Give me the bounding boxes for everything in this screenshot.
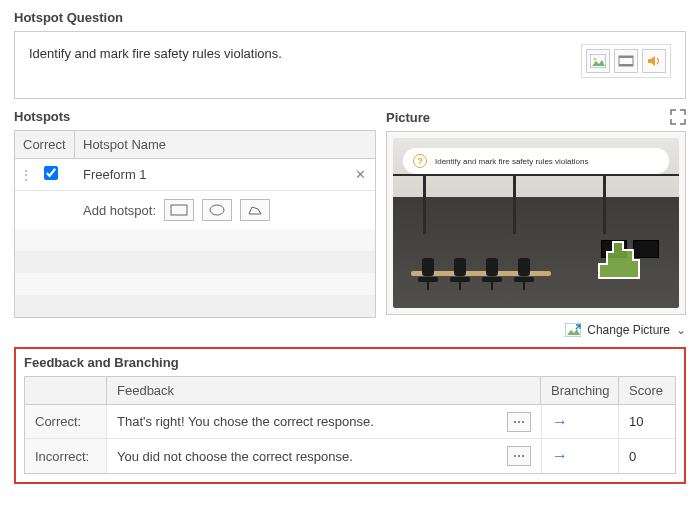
rectangle-shape-button[interactable] [164, 199, 194, 221]
feedback-row-correct: Correct: That's right! You chose the cor… [25, 405, 675, 439]
score-cell[interactable]: 10 [619, 405, 675, 438]
add-hotspot-label: Add hotspot: [83, 203, 156, 218]
branching-cell[interactable]: → [541, 405, 619, 438]
fb-col-feedback: Feedback [107, 377, 541, 404]
fb-text[interactable]: That's right! You chose the correct resp… [117, 414, 374, 429]
delete-hotspot-icon[interactable]: ✕ [345, 167, 375, 182]
hotspots-table: Correct Hotspot Name ⋮ Freeform 1 ✕ Add … [14, 130, 376, 318]
question-text[interactable]: Identify and mark fire safety rules viol… [29, 44, 282, 61]
drag-handle-icon[interactable]: ⋮ [15, 170, 27, 180]
col-correct: Correct [15, 131, 75, 158]
svg-point-1 [594, 58, 597, 61]
insert-video-icon[interactable] [614, 49, 638, 73]
col-hotspot-name: Hotspot Name [75, 131, 375, 158]
branching-arrow-icon: → [552, 447, 568, 465]
picture-banner-text: Identify and mark fire safety rules viol… [435, 157, 588, 166]
chevron-down-icon: ⌄ [676, 323, 686, 337]
picture-preview[interactable]: ? Identify and mark fire safety rules vi… [386, 131, 686, 315]
correct-checkbox[interactable] [44, 166, 58, 180]
feedback-row-incorrect: Incorrect: You did not choose the correc… [25, 439, 675, 473]
fb-row-label: Incorrect: [25, 439, 107, 473]
picture-title: Picture [386, 110, 430, 125]
feedback-more-button[interactable]: ⋯ [507, 446, 531, 466]
svg-rect-5 [171, 205, 187, 215]
fb-col-score: Score [619, 377, 675, 404]
hotspots-title: Hotspots [14, 109, 376, 124]
hotspot-freeform-overlay[interactable] [593, 238, 643, 282]
fb-text[interactable]: You did not choose the correct response. [117, 449, 353, 464]
question-box: Identify and mark fire safety rules viol… [14, 31, 686, 99]
hotspot-name[interactable]: Freeform 1 [75, 167, 345, 182]
hotspots-empty-area [15, 229, 375, 317]
fb-col-blank [25, 377, 107, 404]
svg-point-6 [210, 205, 224, 215]
branching-cell[interactable]: → [541, 439, 619, 473]
change-picture-label: Change Picture [587, 323, 670, 337]
picture-banner: ? Identify and mark fire safety rules vi… [403, 148, 669, 174]
branching-arrow-icon: → [552, 413, 568, 431]
hotspot-row[interactable]: ⋮ Freeform 1 ✕ [15, 159, 375, 191]
fb-row-label: Correct: [25, 405, 107, 438]
change-picture-icon [565, 323, 581, 337]
change-picture-button[interactable]: Change Picture ⌄ [386, 323, 686, 337]
oval-shape-button[interactable] [202, 199, 232, 221]
freeform-shape-button[interactable] [240, 199, 270, 221]
feedback-section: Feedback and Branching Feedback Branchin… [14, 347, 686, 484]
score-cell[interactable]: 0 [619, 439, 675, 473]
question-section-title: Hotspot Question [14, 10, 686, 25]
fb-col-branching: Branching [541, 377, 619, 404]
question-mark-icon: ? [413, 154, 427, 168]
insert-audio-icon[interactable] [642, 49, 666, 73]
svg-rect-3 [619, 56, 633, 58]
feedback-more-button[interactable]: ⋯ [507, 412, 531, 432]
feedback-table: Feedback Branching Score Correct: That's… [24, 376, 676, 474]
media-buttons [581, 44, 671, 78]
expand-icon[interactable] [670, 109, 686, 125]
svg-rect-4 [619, 64, 633, 66]
insert-image-icon[interactable] [586, 49, 610, 73]
feedback-title: Feedback and Branching [24, 355, 676, 370]
